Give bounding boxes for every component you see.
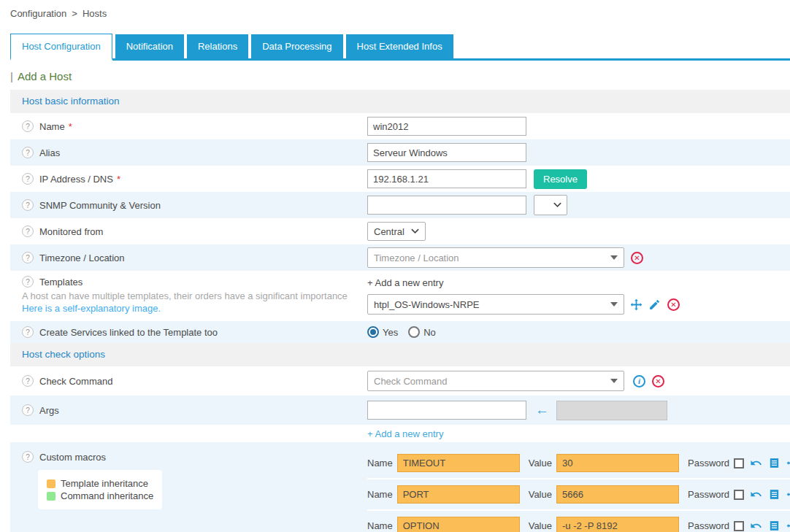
args-label: Args — [39, 405, 59, 416]
template-inheritance-swatch-icon — [47, 479, 55, 488]
macro-name-label: Name — [367, 520, 393, 531]
page-title: |Add a Host — [0, 61, 790, 90]
undo-icon[interactable] — [750, 488, 762, 501]
password-checkbox[interactable] — [734, 521, 744, 531]
timezone-label: Timezone / Location — [39, 252, 125, 263]
help-icon[interactable]: ? — [22, 225, 34, 237]
macro-value-label: Value — [529, 520, 552, 531]
alias-label: Alias — [39, 147, 60, 158]
name-input[interactable] — [367, 117, 526, 136]
macro-row-2: Name Value Password ✕ — [367, 478, 790, 509]
radio-no[interactable]: No — [408, 326, 436, 338]
templates-add-entry-link[interactable]: + Add a new entry — [367, 277, 790, 288]
command-inheritance-swatch-icon — [47, 492, 55, 501]
alias-input[interactable] — [367, 143, 526, 162]
macro-name-input[interactable] — [397, 454, 520, 472]
tab-relations[interactable]: Relations — [187, 34, 248, 58]
args-add-entry-link[interactable]: + Add a new entry — [367, 428, 443, 439]
macro-row-3: Name Value Password ✕ — [367, 509, 790, 532]
move-icon[interactable] — [786, 488, 790, 501]
resolve-button[interactable]: Resolve — [534, 169, 587, 189]
macro-password-label: Password — [688, 458, 729, 469]
chevron-down-icon — [553, 202, 561, 208]
radio-no-label: No — [423, 327, 436, 338]
edit-icon[interactable] — [648, 298, 661, 311]
form-row-templates: ? Templates A host can have multiple tem… — [10, 271, 790, 321]
radio-yes-label: Yes — [383, 327, 398, 338]
undo-icon[interactable] — [750, 457, 762, 469]
tab-host-extended-infos[interactable]: Host Extended Infos — [346, 34, 453, 58]
args-disabled-field — [556, 401, 667, 420]
tab-host-configuration[interactable]: Host Configuration — [10, 34, 112, 61]
macro-row-1: Name Value Password ✕ — [367, 448, 790, 478]
move-icon[interactable] — [786, 520, 790, 532]
tab-notification[interactable]: Notification — [115, 34, 184, 58]
help-icon[interactable]: ? — [22, 199, 34, 211]
help-icon[interactable]: ? — [22, 173, 34, 185]
template-selected-value: htpl_OS-Windows-NRPE — [374, 299, 480, 310]
help-icon[interactable]: ? — [22, 252, 34, 263]
monitored-from-select[interactable]: Central — [367, 222, 426, 241]
check-command-select[interactable]: Check Command — [367, 371, 624, 391]
tab-data-processing[interactable]: Data Processing — [251, 34, 342, 58]
monitored-from-value: Central — [374, 226, 404, 237]
form-row-name: ? Name * — [10, 113, 790, 139]
form-row-create-services: ? Create Services linked to the Template… — [10, 321, 790, 343]
radio-dot-icon — [408, 326, 420, 338]
form-row-ip-address: ? IP Address / DNS * Resolve — [10, 166, 790, 192]
breadcrumb-hosts[interactable]: Hosts — [83, 8, 107, 19]
left-arrow-icon: ← — [535, 402, 549, 418]
templates-label: Templates — [39, 277, 83, 288]
breadcrumb-configuration[interactable]: Configuration — [10, 8, 66, 19]
help-icon[interactable]: ? — [22, 451, 34, 463]
macro-value-label: Value — [529, 489, 552, 500]
legend-command-inheritance: Command inheritance — [61, 490, 153, 501]
breadcrumb: Configuration>Hosts — [0, 0, 790, 23]
dropdown-arrow-icon — [610, 302, 618, 307]
args-input[interactable] — [367, 401, 526, 420]
timezone-select[interactable]: Timezone / Location — [367, 247, 624, 268]
password-checkbox[interactable] — [734, 490, 744, 500]
delete-template-icon[interactable]: ✕ — [667, 298, 680, 311]
macro-name-label: Name — [367, 458, 393, 469]
snmp-version-select[interactable] — [534, 195, 567, 215]
help-icon[interactable]: ? — [22, 326, 34, 338]
dropdown-arrow-icon — [610, 379, 618, 383]
description-icon[interactable] — [768, 457, 781, 469]
snmp-community-input[interactable] — [367, 196, 526, 215]
help-icon[interactable]: ? — [22, 375, 34, 387]
help-icon[interactable]: ? — [22, 276, 34, 288]
info-icon[interactable]: i — [633, 375, 645, 388]
description-icon[interactable] — [768, 520, 781, 532]
form-row-alias: ? Alias — [10, 139, 790, 166]
clear-timezone-icon[interactable]: ✕ — [631, 252, 643, 264]
clear-check-command-icon[interactable]: ✕ — [652, 375, 664, 388]
radio-yes[interactable]: Yes — [367, 326, 398, 338]
required-mark: * — [69, 121, 72, 132]
macro-value-label: Value — [529, 458, 552, 469]
templates-help-link[interactable]: Here is a self-explanatory image. — [22, 303, 367, 314]
macro-name-label: Name — [367, 489, 393, 500]
macro-value-input[interactable] — [556, 454, 679, 472]
password-checkbox[interactable] — [734, 458, 744, 469]
timezone-placeholder: Timezone / Location — [374, 252, 459, 263]
form-row-custom-macros: ? Custom macros Template inheritance Com… — [10, 442, 790, 532]
ip-address-input[interactable] — [367, 169, 526, 188]
macro-value-input[interactable] — [556, 517, 679, 532]
move-icon[interactable] — [630, 298, 643, 311]
form-row-args-add-entry: + Add a new entry — [10, 425, 790, 442]
move-icon[interactable] — [786, 457, 790, 469]
legend-template-inheritance: Template inheritance — [61, 478, 148, 489]
macro-name-input[interactable] — [397, 517, 520, 532]
macro-name-input[interactable] — [397, 485, 520, 504]
section-host-check-options: Host check options — [10, 343, 790, 366]
help-icon[interactable]: ? — [22, 404, 34, 416]
macro-value-input[interactable] — [556, 485, 679, 504]
help-icon[interactable]: ? — [22, 147, 34, 158]
form-row-check-command: ? Check Command Check Command i ✕ — [10, 366, 790, 396]
description-icon[interactable] — [768, 488, 781, 501]
section-host-basic-information: Host basic information — [10, 90, 790, 113]
template-select[interactable]: htpl_OS-Windows-NRPE — [367, 294, 624, 315]
help-icon[interactable]: ? — [22, 120, 34, 132]
undo-icon[interactable] — [750, 520, 762, 532]
